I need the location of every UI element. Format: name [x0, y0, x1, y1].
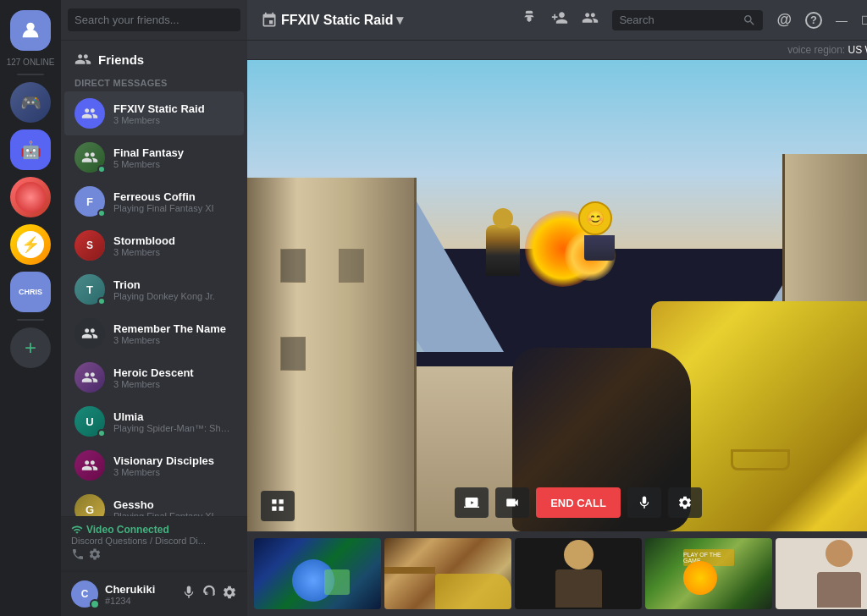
search-input[interactable] — [68, 8, 240, 31]
dm-status-trion: Playing Donkey Kong Jr. — [113, 291, 234, 301]
dm-avatar-visionary-disciples — [75, 450, 105, 481]
video-controls: END CALL — [455, 487, 702, 518]
status-dot-trion — [97, 297, 106, 305]
vc-icons — [71, 547, 237, 564]
dm-avatar-remember-the-name — [75, 318, 105, 349]
header-search-input[interactable] — [619, 14, 737, 26]
dm-info-remember-the-name: Remember The Name 3 Members — [113, 322, 234, 345]
dm-item-final-fantasy[interactable]: Final Fantasy 5 Members — [64, 135, 244, 179]
help-icon[interactable]: ? — [805, 12, 822, 29]
thumbnail-1[interactable] — [254, 538, 381, 609]
dm-section-label: DIRECT MESSAGES — [61, 71, 247, 91]
dm-avatar-ferreous: F — [75, 186, 105, 217]
status-dot-final-fantasy — [97, 165, 106, 173]
server-icon-s2[interactable]: 🤖 — [10, 129, 51, 170]
user-status-dot — [90, 599, 100, 609]
online-count: 127 ONLINE — [3, 58, 58, 67]
vc-settings-icon[interactable] — [88, 547, 102, 564]
dm-info-ffxiv: FFXIV Static Raid 3 Members — [113, 102, 234, 125]
server-icon-home[interactable] — [10, 10, 51, 51]
server-divider — [17, 74, 44, 75]
server-icon-s4[interactable]: ⚡ — [10, 224, 51, 265]
friends-label: Friends — [98, 52, 144, 67]
friends-sidebar: Friends DIRECT MESSAGES FFXIV Static Rai… — [61, 0, 247, 616]
signal-icon — [71, 524, 83, 536]
end-call-button[interactable]: END CALL — [536, 487, 621, 518]
add-friend-icon[interactable] — [551, 9, 568, 30]
voice-region-value[interactable]: US West ▾ — [848, 44, 867, 56]
at-icon[interactable]: @ — [776, 11, 792, 29]
add-server-button[interactable]: + — [10, 327, 51, 368]
user-avatar-initials: C — [81, 588, 89, 600]
dm-avatar-ffxiv — [75, 98, 105, 129]
dm-item-trion[interactable]: T Trion Playing Donkey Kong Jr. — [64, 267, 244, 311]
dm-item-gessho[interactable]: G Gessho Playing Final Fantasy XI — [64, 487, 244, 516]
screen-share-button[interactable] — [455, 487, 489, 518]
server-icon-s5[interactable]: CHRIS — [10, 272, 51, 312]
dm-item-ffxiv[interactable]: FFXIV Static Raid 3 Members ✕ — [64, 91, 244, 135]
dm-avatar-stormblood: S — [75, 230, 105, 261]
settings-button[interactable] — [222, 585, 237, 604]
dm-avatar-ulmia: U — [75, 406, 105, 437]
friends-header[interactable]: Friends — [61, 41, 247, 71]
dm-status-gessho: Playing Final Fantasy XI — [113, 511, 234, 517]
group-call-icon — [261, 12, 278, 29]
dm-item-ferreous[interactable]: F Ferreous Coffin Playing Final Fantasy … — [64, 179, 244, 223]
dm-info-ferreous: Ferreous Coffin Playing Final Fantasy XI — [113, 190, 234, 213]
user-panel-tag: #1234 — [105, 596, 174, 606]
dm-name-visionary-disciples: Visionary Disciples — [113, 454, 234, 467]
search-icon — [743, 14, 756, 27]
dm-item-ulmia[interactable]: U Ulmia Playing Spider-Man™: Shattered D… — [64, 399, 244, 443]
user-panel: C Cherukiki #1234 — [61, 571, 247, 616]
status-dot-ferreous — [97, 209, 106, 217]
header-icons: @ ? — ☐ ✕ — [521, 9, 867, 30]
video-connected-bar: Video Connected Discord Questions / Disc… — [61, 516, 247, 571]
settings-call-button[interactable] — [668, 487, 702, 518]
grid-view-button[interactable] — [261, 491, 295, 521]
group-icon-header[interactable] — [582, 9, 599, 30]
maximize-button[interactable]: ☐ — [861, 14, 867, 27]
header-search — [612, 10, 763, 30]
user-avatar: C — [71, 580, 98, 608]
camera-button[interactable] — [495, 487, 529, 518]
headset-button[interactable] — [202, 585, 217, 604]
mic-call-button[interactable] — [627, 487, 661, 518]
dm-name-remember-the-name: Remember The Name — [113, 322, 234, 335]
dm-item-heroic-descent[interactable]: Heroic Descent 3 Members — [64, 355, 244, 399]
thumbnail-4[interactable]: PLAY OF THE GAME — [645, 538, 772, 609]
thumbnail-strip: PLAY OF THE GAME — [247, 531, 867, 616]
main-video: 😊 END CALL — [247, 60, 867, 531]
dm-name-final-fantasy: Final Fantasy — [113, 146, 234, 159]
dm-name-ffxiv: FFXIV Static Raid — [113, 102, 234, 115]
dm-name-ferreous: Ferreous Coffin — [113, 190, 234, 203]
server-icon-s1[interactable]: 🎮 — [10, 82, 51, 123]
mic-button[interactable] — [181, 585, 196, 604]
call-area: 😊 END CALL — [247, 60, 867, 616]
user-panel-info: Cherukiki #1234 — [105, 583, 174, 606]
search-bar-container — [61, 0, 247, 41]
header-dropdown-icon[interactable]: ▾ — [396, 12, 403, 28]
user-panel-name: Cherukiki — [105, 583, 174, 596]
dm-item-remember-the-name[interactable]: Remember The Name 3 Members — [64, 311, 244, 355]
main-content: FFXIV Static Raid ▾ @ ? — [247, 0, 867, 616]
thumbnail-2[interactable] — [384, 538, 511, 609]
server-sidebar: 127 ONLINE 🎮 🤖 ⚡ CHRIS + — [0, 0, 61, 616]
vc-phone-icon[interactable] — [71, 547, 85, 564]
dm-item-visionary-disciples[interactable]: Visionary Disciples 3 Members — [64, 443, 244, 487]
dm-status-ferreous: Playing Final Fantasy XI — [113, 203, 234, 213]
dm-status-visionary-disciples: 3 Members — [113, 467, 234, 477]
pin-icon[interactable] — [521, 9, 538, 30]
dm-item-stormblood[interactable]: S Stormblood 3 Members — [64, 223, 244, 267]
dm-info-stormblood: Stormblood 3 Members — [113, 234, 234, 257]
thumbnail-5[interactable] — [776, 538, 867, 609]
server-icon-s3[interactable] — [10, 177, 51, 217]
dm-info-gessho: Gessho Playing Final Fantasy XI — [113, 498, 234, 517]
thumbnail-3[interactable] — [515, 538, 642, 609]
dm-name-trion: Trion — [113, 278, 234, 291]
dm-status-ffxiv: 3 Members — [113, 115, 234, 125]
status-dot-ulmia — [97, 429, 106, 437]
minimize-button[interactable]: — — [836, 14, 848, 27]
dm-info-final-fantasy: Final Fantasy 5 Members — [113, 146, 234, 169]
dm-info-ulmia: Ulmia Playing Spider-Man™: Shattered Dim… — [113, 410, 234, 433]
dm-avatar-heroic-descent — [75, 362, 105, 393]
